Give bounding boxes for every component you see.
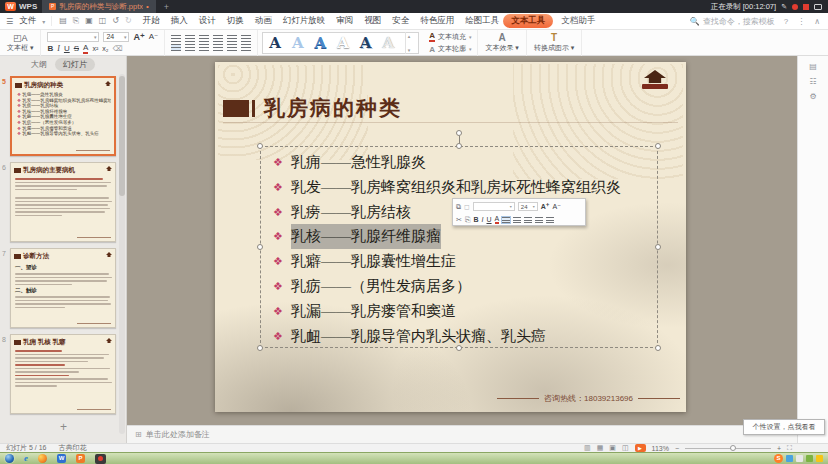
superscript-button[interactable]: x² bbox=[92, 45, 98, 52]
mini-font-color-button[interactable]: A bbox=[495, 215, 500, 224]
recorder-taskbar-icon[interactable] bbox=[95, 454, 106, 464]
help-icon[interactable]: ? bbox=[784, 17, 788, 26]
reading-view-icon[interactable]: ▣ bbox=[609, 444, 616, 452]
new-tab-button[interactable]: + bbox=[156, 2, 177, 12]
tab-review[interactable]: 审阅 bbox=[336, 15, 353, 27]
slide-title-block[interactable]: 乳房病的种类 bbox=[223, 94, 402, 122]
text-direction-icon[interactable] bbox=[241, 35, 251, 42]
zoom-out-button[interactable]: − bbox=[675, 445, 679, 452]
convert-diagram-button[interactable]: T 转换成图示 ▾ bbox=[527, 30, 582, 56]
slide-thumbnail-7[interactable]: 诊断方法 一、望诊 二、触诊 bbox=[10, 248, 116, 328]
redo-icon[interactable]: ↻ bbox=[125, 16, 132, 26]
resize-handle-right[interactable] bbox=[655, 244, 661, 250]
align-left-icon[interactable] bbox=[171, 44, 181, 51]
properties-pane-icon[interactable]: ▤ bbox=[798, 62, 828, 71]
firefox-taskbar-icon[interactable] bbox=[38, 454, 47, 463]
file-menu[interactable]: ☰ 文件 ▾ bbox=[0, 15, 51, 27]
bullet-item[interactable]: ❖乳发——乳房蜂窝组织炎和乳房坏死性蜂窝组织炎 bbox=[273, 175, 657, 200]
distribute-icon[interactable] bbox=[227, 44, 237, 51]
ie-taskbar-icon[interactable]: e bbox=[24, 454, 28, 463]
decrease-font-icon[interactable]: A⁻ bbox=[149, 32, 159, 41]
tab-home[interactable]: 开始 bbox=[143, 15, 160, 27]
font-name-dropdown[interactable]: ▾ bbox=[47, 32, 99, 42]
textbox-button[interactable]: ◰A 文本框 ▾ bbox=[0, 30, 41, 56]
resize-handle-top-left[interactable] bbox=[257, 143, 263, 149]
resize-handle-left[interactable] bbox=[257, 244, 263, 250]
decrease-indent-icon[interactable] bbox=[199, 35, 209, 42]
doc-assistant-tab[interactable]: 文档助手 bbox=[561, 15, 595, 27]
align-right-icon[interactable] bbox=[199, 44, 209, 51]
format-painter-icon[interactable]: ◻ bbox=[464, 203, 470, 211]
selected-text-box[interactable]: ❖乳痈——急性乳腺炎 ❖乳发——乳房蜂窝组织炎和乳房坏死性蜂窝组织炎 ❖乳痨——… bbox=[260, 146, 658, 348]
mini-underline-button[interactable]: U bbox=[487, 216, 492, 223]
line-spacing-icon[interactable] bbox=[227, 35, 237, 42]
paste-icon[interactable]: ⎘ bbox=[465, 216, 471, 224]
mini-font-size-dropdown[interactable]: 24▾ bbox=[518, 202, 538, 211]
mini-increase-font-icon[interactable]: A⁺ bbox=[541, 203, 550, 211]
annotate-pen-icon[interactable]: ✎ bbox=[781, 3, 787, 11]
tab-drawing-tools[interactable]: 绘图工具 bbox=[465, 15, 499, 27]
tray-icon-4[interactable] bbox=[816, 455, 823, 462]
more-icon[interactable]: ⋮ bbox=[797, 17, 805, 26]
wps-menu-button[interactable]: W WPS bbox=[0, 0, 42, 13]
sidebar-scrollbar[interactable] bbox=[119, 74, 125, 434]
wordart-style-5[interactable]: A bbox=[360, 33, 372, 53]
record-pause-icon[interactable] bbox=[792, 4, 798, 10]
slideshow-play-button[interactable]: ▶ bbox=[635, 444, 646, 452]
add-slide-button[interactable]: + bbox=[0, 420, 127, 434]
font-size-dropdown[interactable]: 24▾ bbox=[103, 32, 129, 42]
resize-handle-bottom-left[interactable] bbox=[257, 345, 263, 351]
wordart-style-1[interactable]: A bbox=[269, 33, 281, 53]
collapse-ribbon-icon[interactable]: ∧ bbox=[814, 17, 820, 26]
bullet-item[interactable]: ❖乳漏——乳房瘘管和窦道 bbox=[273, 299, 657, 324]
slide-thumbnail-8[interactable]: 乳痈 乳核 乳癖 bbox=[10, 334, 116, 414]
notes-bar[interactable]: ⊞ 单击此处添加备注 bbox=[127, 425, 797, 443]
settings-gear-icon[interactable]: ⚙ bbox=[798, 92, 828, 101]
italic-button[interactable]: I bbox=[57, 44, 60, 53]
outline-tab[interactable]: 大纲 bbox=[31, 59, 47, 70]
resize-handle-bottom[interactable] bbox=[456, 345, 462, 351]
tray-icon-2[interactable] bbox=[796, 455, 803, 462]
zoom-level[interactable]: 113% bbox=[652, 445, 669, 452]
normal-view-icon[interactable]: ▥ bbox=[584, 444, 591, 452]
save-icon[interactable]: ▤ bbox=[59, 16, 67, 26]
zoom-slider-handle[interactable] bbox=[730, 445, 736, 451]
tab-design[interactable]: 设计 bbox=[199, 15, 216, 27]
bullet-item[interactable]: ❖乳痈——急性乳腺炎 bbox=[273, 150, 657, 175]
resize-handle-bottom-right[interactable] bbox=[655, 345, 661, 351]
slide-thumbnail-6[interactable]: 乳房病的主要病机 bbox=[10, 162, 116, 242]
increase-font-icon[interactable]: A⁺ bbox=[133, 32, 144, 42]
mini-font-name-dropdown[interactable]: ▾ bbox=[473, 202, 515, 211]
copy-icon[interactable]: ⧉ bbox=[456, 203, 461, 211]
mini-decrease-font-icon[interactable]: A⁻ bbox=[553, 203, 561, 211]
wordart-style-3[interactable]: A bbox=[315, 33, 327, 53]
tab-insert[interactable]: 插入 bbox=[171, 15, 188, 27]
mini-align-left-icon[interactable] bbox=[502, 217, 510, 223]
mini-indent-icon[interactable] bbox=[546, 217, 554, 223]
slide-thumbnail-5[interactable]: 乳房病的种类 ❖ 乳痈——急性乳腺炎 ❖ 乳发——乳房蜂窝组织炎和乳房坏死性蜂窝… bbox=[10, 76, 116, 156]
bullet-item[interactable]: ❖乳疬——（男性发病居多） bbox=[273, 274, 657, 299]
preview-icon[interactable]: ◫ bbox=[99, 16, 107, 26]
zoom-slider[interactable] bbox=[685, 448, 771, 449]
wordart-style-2[interactable]: A bbox=[292, 33, 304, 53]
justify-icon[interactable] bbox=[213, 44, 223, 51]
record-camera-icon[interactable] bbox=[814, 4, 822, 10]
tray-icon-3[interactable] bbox=[806, 455, 813, 462]
bullet-item[interactable]: ❖乳癖——乳腺囊性增生症 bbox=[273, 249, 657, 274]
tab-security[interactable]: 安全 bbox=[392, 15, 409, 27]
resize-handle-top[interactable] bbox=[456, 143, 462, 149]
undo-icon[interactable]: ↺ bbox=[112, 16, 119, 26]
mini-bold-button[interactable]: B bbox=[473, 216, 478, 223]
subscript-button[interactable]: x₂ bbox=[102, 45, 108, 52]
mini-align-center-icon[interactable] bbox=[513, 217, 521, 223]
personalize-tooltip[interactable]: 个性设置，点我看看 bbox=[743, 419, 825, 435]
animation-pane-icon[interactable]: ☷ bbox=[798, 77, 828, 86]
mini-line-spacing-icon[interactable] bbox=[535, 217, 543, 223]
bullets-icon[interactable] bbox=[171, 35, 181, 42]
record-stop-icon[interactable] bbox=[803, 4, 809, 10]
wordart-scrollbar[interactable]: ▴▾ bbox=[405, 32, 412, 54]
notes-view-icon[interactable]: ◫ bbox=[622, 444, 629, 452]
numbering-icon[interactable] bbox=[185, 35, 195, 42]
bold-button[interactable]: B bbox=[47, 44, 53, 53]
tab-transitions[interactable]: 切换 bbox=[227, 15, 244, 27]
